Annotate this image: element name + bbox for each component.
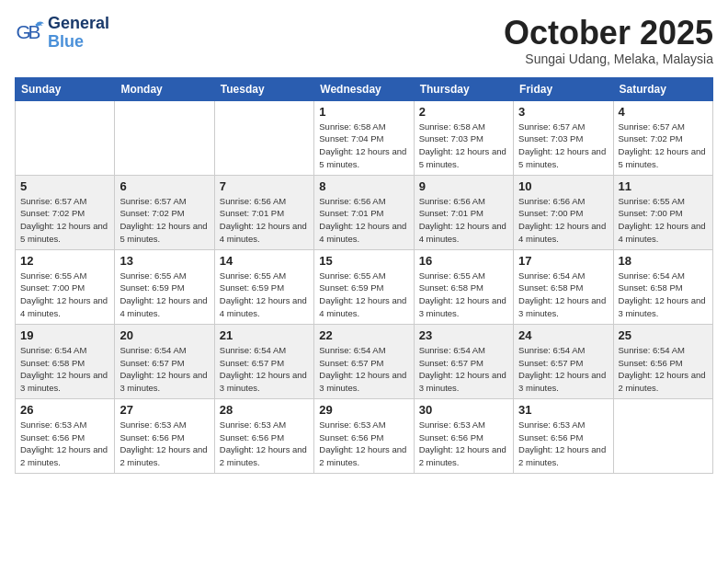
table-row: 15Sunrise: 6:55 AMSunset: 6:59 PMDayligh… bbox=[314, 249, 414, 324]
calendar-week-row: 12Sunrise: 6:55 AMSunset: 7:00 PMDayligh… bbox=[16, 249, 713, 324]
day-info: Sunrise: 6:54 AMSunset: 6:58 PMDaylight:… bbox=[20, 344, 109, 395]
day-number: 15 bbox=[319, 254, 408, 268]
table-row: 25Sunrise: 6:54 AMSunset: 6:56 PMDayligh… bbox=[613, 324, 712, 398]
day-number: 20 bbox=[119, 328, 209, 342]
table-row bbox=[16, 100, 115, 175]
day-number: 24 bbox=[518, 328, 608, 342]
logo-blue: Blue bbox=[48, 32, 84, 51]
day-number: 27 bbox=[119, 403, 209, 417]
table-row: 11Sunrise: 6:55 AMSunset: 7:00 PMDayligh… bbox=[613, 175, 712, 249]
day-info: Sunrise: 6:57 AMSunset: 7:02 PMDaylight:… bbox=[119, 195, 209, 246]
day-number: 25 bbox=[619, 328, 708, 342]
day-info: Sunrise: 6:58 AMSunset: 7:04 PMDaylight:… bbox=[319, 121, 408, 171]
table-row bbox=[613, 398, 712, 473]
day-number: 17 bbox=[518, 254, 608, 268]
table-row: 16Sunrise: 6:55 AMSunset: 6:58 PMDayligh… bbox=[414, 249, 513, 324]
table-row: 28Sunrise: 6:53 AMSunset: 6:56 PMDayligh… bbox=[214, 398, 313, 473]
table-row: 6Sunrise: 6:57 AMSunset: 7:02 PMDaylight… bbox=[115, 175, 214, 249]
day-info: Sunrise: 6:54 AMSunset: 6:58 PMDaylight:… bbox=[619, 270, 708, 320]
table-row: 10Sunrise: 6:56 AMSunset: 7:00 PMDayligh… bbox=[514, 175, 613, 249]
day-info: Sunrise: 6:56 AMSunset: 7:01 PMDaylight:… bbox=[220, 195, 309, 246]
header-saturday: Saturday bbox=[613, 77, 712, 100]
day-info: Sunrise: 6:53 AMSunset: 6:56 PMDaylight:… bbox=[518, 419, 608, 469]
header-monday: Monday bbox=[115, 77, 214, 100]
day-info: Sunrise: 6:55 AMSunset: 7:00 PMDaylight:… bbox=[20, 270, 109, 320]
table-row: 4Sunrise: 6:57 AMSunset: 7:02 PMDaylight… bbox=[613, 100, 712, 175]
day-number: 3 bbox=[518, 105, 608, 119]
day-number: 11 bbox=[619, 179, 708, 193]
table-row: 24Sunrise: 6:54 AMSunset: 6:57 PMDayligh… bbox=[514, 324, 613, 398]
day-info: Sunrise: 6:55 AMSunset: 6:59 PMDaylight:… bbox=[220, 270, 309, 320]
day-number: 18 bbox=[619, 254, 708, 268]
calendar-week-row: 5Sunrise: 6:57 AMSunset: 7:02 PMDaylight… bbox=[16, 175, 713, 249]
day-info: Sunrise: 6:54 AMSunset: 6:56 PMDaylight:… bbox=[619, 344, 708, 395]
day-info: Sunrise: 6:56 AMSunset: 7:01 PMDaylight:… bbox=[319, 195, 408, 246]
table-row: 3Sunrise: 6:57 AMSunset: 7:03 PMDaylight… bbox=[514, 100, 613, 175]
table-row: 21Sunrise: 6:54 AMSunset: 6:57 PMDayligh… bbox=[214, 324, 313, 398]
table-row: 19Sunrise: 6:54 AMSunset: 6:58 PMDayligh… bbox=[16, 324, 115, 398]
day-number: 16 bbox=[419, 254, 508, 268]
table-row: 20Sunrise: 6:54 AMSunset: 6:57 PMDayligh… bbox=[115, 324, 214, 398]
header-sunday: Sunday bbox=[16, 77, 115, 100]
day-info: Sunrise: 6:54 AMSunset: 6:58 PMDaylight:… bbox=[518, 270, 608, 320]
table-row: 22Sunrise: 6:54 AMSunset: 6:57 PMDayligh… bbox=[314, 324, 414, 398]
table-row: 17Sunrise: 6:54 AMSunset: 6:58 PMDayligh… bbox=[514, 249, 613, 324]
calendar-week-row: 19Sunrise: 6:54 AMSunset: 6:58 PMDayligh… bbox=[16, 324, 713, 398]
day-info: Sunrise: 6:55 AMSunset: 6:58 PMDaylight:… bbox=[419, 270, 508, 320]
day-number: 12 bbox=[20, 254, 109, 268]
day-info: Sunrise: 6:53 AMSunset: 6:56 PMDaylight:… bbox=[319, 419, 408, 469]
table-row: 8Sunrise: 6:56 AMSunset: 7:01 PMDaylight… bbox=[314, 175, 414, 249]
page-header: G B General Blue October 2025 Sungai Uda… bbox=[15, 15, 713, 66]
day-info: Sunrise: 6:55 AMSunset: 6:59 PMDaylight:… bbox=[319, 270, 408, 320]
header-tuesday: Tuesday bbox=[214, 77, 313, 100]
day-number: 9 bbox=[419, 179, 508, 193]
day-info: Sunrise: 6:57 AMSunset: 7:02 PMDaylight:… bbox=[619, 121, 708, 171]
day-info: Sunrise: 6:56 AMSunset: 7:01 PMDaylight:… bbox=[419, 195, 508, 246]
day-info: Sunrise: 6:54 AMSunset: 6:57 PMDaylight:… bbox=[518, 344, 608, 395]
day-number: 7 bbox=[220, 179, 309, 193]
day-number: 4 bbox=[619, 105, 708, 119]
day-info: Sunrise: 6:53 AMSunset: 6:56 PMDaylight:… bbox=[419, 419, 508, 469]
day-info: Sunrise: 6:53 AMSunset: 6:56 PMDaylight:… bbox=[20, 419, 109, 469]
header-thursday: Thursday bbox=[414, 77, 513, 100]
day-number: 29 bbox=[319, 403, 408, 417]
table-row: 23Sunrise: 6:54 AMSunset: 6:57 PMDayligh… bbox=[414, 324, 513, 398]
day-info: Sunrise: 6:53 AMSunset: 6:56 PMDaylight:… bbox=[220, 419, 309, 469]
table-row: 5Sunrise: 6:57 AMSunset: 7:02 PMDaylight… bbox=[16, 175, 115, 249]
table-row: 13Sunrise: 6:55 AMSunset: 6:59 PMDayligh… bbox=[115, 249, 214, 324]
table-row: 9Sunrise: 6:56 AMSunset: 7:01 PMDaylight… bbox=[414, 175, 513, 249]
day-info: Sunrise: 6:55 AMSunset: 6:59 PMDaylight:… bbox=[119, 270, 209, 320]
header-wednesday: Wednesday bbox=[314, 77, 414, 100]
month-title: October 2025 bbox=[504, 15, 713, 52]
table-row: 2Sunrise: 6:58 AMSunset: 7:03 PMDaylight… bbox=[414, 100, 513, 175]
table-row: 12Sunrise: 6:55 AMSunset: 7:00 PMDayligh… bbox=[16, 249, 115, 324]
logo: G B General Blue bbox=[15, 15, 109, 52]
day-number: 22 bbox=[319, 328, 408, 342]
calendar-week-row: 1Sunrise: 6:58 AMSunset: 7:04 PMDaylight… bbox=[16, 100, 713, 175]
day-number: 26 bbox=[20, 403, 109, 417]
day-number: 2 bbox=[419, 105, 508, 119]
table-row: 29Sunrise: 6:53 AMSunset: 6:56 PMDayligh… bbox=[314, 398, 414, 473]
day-number: 14 bbox=[220, 254, 309, 268]
calendar-table: Sunday Monday Tuesday Wednesday Thursday… bbox=[15, 77, 713, 474]
day-info: Sunrise: 6:54 AMSunset: 6:57 PMDaylight:… bbox=[119, 344, 209, 395]
day-number: 6 bbox=[119, 179, 209, 193]
table-row: 14Sunrise: 6:55 AMSunset: 6:59 PMDayligh… bbox=[214, 249, 313, 324]
header-friday: Friday bbox=[514, 77, 613, 100]
table-row: 27Sunrise: 6:53 AMSunset: 6:56 PMDayligh… bbox=[115, 398, 214, 473]
day-number: 30 bbox=[419, 403, 508, 417]
logo-general: General bbox=[48, 14, 109, 32]
table-row: 18Sunrise: 6:54 AMSunset: 6:58 PMDayligh… bbox=[613, 249, 712, 324]
table-row: 31Sunrise: 6:53 AMSunset: 6:56 PMDayligh… bbox=[514, 398, 613, 473]
table-row bbox=[214, 100, 313, 175]
table-row: 1Sunrise: 6:58 AMSunset: 7:04 PMDaylight… bbox=[314, 100, 414, 175]
title-block: October 2025 Sungai Udang, Melaka, Malay… bbox=[504, 15, 713, 66]
day-number: 1 bbox=[319, 105, 408, 119]
table-row: 30Sunrise: 6:53 AMSunset: 6:56 PMDayligh… bbox=[414, 398, 513, 473]
day-info: Sunrise: 6:53 AMSunset: 6:56 PMDaylight:… bbox=[119, 419, 209, 469]
day-number: 31 bbox=[518, 403, 608, 417]
day-number: 19 bbox=[20, 328, 109, 342]
day-info: Sunrise: 6:54 AMSunset: 6:57 PMDaylight:… bbox=[220, 344, 309, 395]
table-row: 26Sunrise: 6:53 AMSunset: 6:56 PMDayligh… bbox=[16, 398, 115, 473]
weekday-header-row: Sunday Monday Tuesday Wednesday Thursday… bbox=[16, 77, 713, 100]
